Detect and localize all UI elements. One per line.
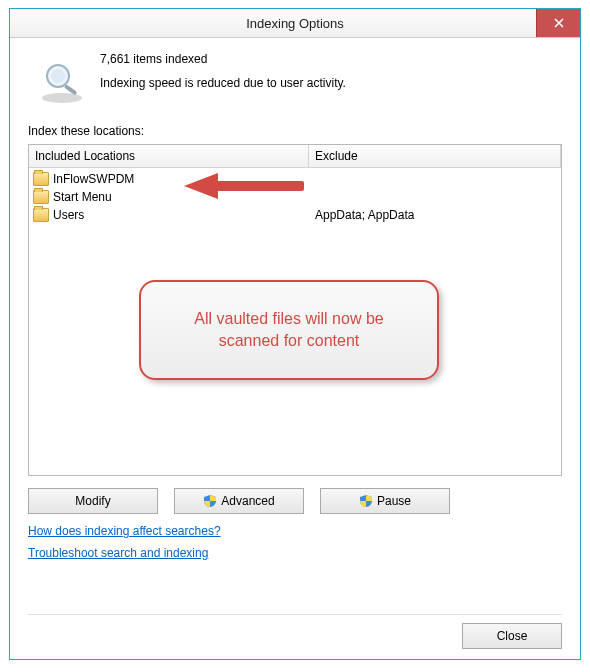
- svg-point-2: [51, 69, 65, 83]
- close-icon: [554, 18, 564, 28]
- shield-icon: [203, 494, 217, 508]
- dialog-content: 7,661 items indexed Indexing speed is re…: [10, 38, 580, 659]
- shield-icon: [359, 494, 373, 508]
- table-row[interactable]: InFlowSWPDM: [29, 170, 561, 188]
- pause-button[interactable]: Pause: [320, 488, 450, 514]
- location-exclude: AppData; AppData: [309, 208, 561, 222]
- folder-icon: [33, 208, 49, 222]
- status-text: 7,661 items indexed Indexing speed is re…: [100, 52, 346, 90]
- titlebar: Indexing Options: [10, 9, 580, 38]
- locations-body: InFlowSWPDM Start Menu Users AppData; Ap…: [29, 168, 561, 226]
- annotation-callout: All vaulted files will now be scanned fo…: [139, 280, 439, 380]
- window-title: Indexing Options: [246, 16, 344, 31]
- status-row: 7,661 items indexed Indexing speed is re…: [28, 52, 562, 112]
- locations-header: Included Locations Exclude: [29, 145, 561, 168]
- folder-icon: [33, 172, 49, 186]
- folder-icon: [33, 190, 49, 204]
- index-locations-label: Index these locations:: [28, 124, 562, 138]
- dialog-footer: Close: [28, 614, 562, 649]
- indexing-options-window: Indexing Options 7,661 items indexed Ind…: [9, 8, 581, 660]
- advanced-button[interactable]: Advanced: [174, 488, 304, 514]
- modify-button[interactable]: Modify: [28, 488, 158, 514]
- window-close-button[interactable]: [536, 9, 580, 37]
- items-indexed-text: 7,661 items indexed: [100, 52, 346, 66]
- help-links: How does indexing affect searches? Troub…: [28, 524, 562, 568]
- magnifier-icon: [38, 58, 86, 106]
- location-name: Users: [53, 208, 84, 222]
- column-header-exclude[interactable]: Exclude: [309, 145, 561, 167]
- annotation-text: All vaulted files will now be scanned fo…: [169, 308, 409, 353]
- svg-point-0: [42, 93, 82, 103]
- link-how-indexing-affects-searches[interactable]: How does indexing affect searches?: [28, 524, 221, 538]
- column-header-included[interactable]: Included Locations: [29, 145, 309, 167]
- location-name: InFlowSWPDM: [53, 172, 134, 186]
- button-row: Modify Advanced Pause: [28, 488, 562, 514]
- table-row[interactable]: Users AppData; AppData: [29, 206, 561, 224]
- speed-note-text: Indexing speed is reduced due to user ac…: [100, 76, 346, 90]
- location-name: Start Menu: [53, 190, 112, 204]
- table-row[interactable]: Start Menu: [29, 188, 561, 206]
- link-troubleshoot-search[interactable]: Troubleshoot search and indexing: [28, 546, 208, 560]
- close-button[interactable]: Close: [462, 623, 562, 649]
- locations-listview[interactable]: Included Locations Exclude InFlowSWPDM S…: [28, 144, 562, 476]
